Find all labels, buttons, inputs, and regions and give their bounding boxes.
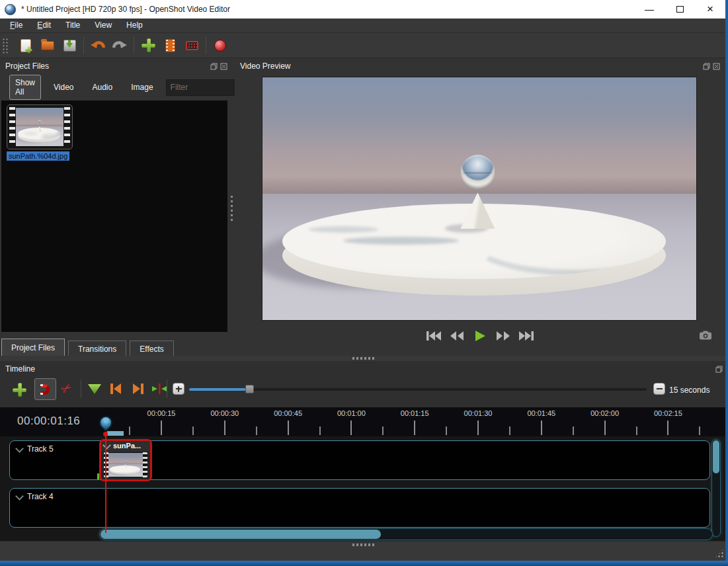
- ruler-tick-major: [477, 421, 479, 435]
- float-panel-icon[interactable]: [703, 63, 710, 70]
- undo-button[interactable]: [90, 37, 106, 54]
- menu-item-help[interactable]: Help: [119, 19, 150, 32]
- menu-item-file[interactable]: File: [3, 19, 30, 32]
- file-name-selected[interactable]: sunPath.%04d.jpg: [7, 151, 69, 161]
- filter-input[interactable]: [166, 79, 236, 96]
- close-button[interactable]: ×: [695, 0, 725, 19]
- minimize-button[interactable]: —: [634, 0, 665, 19]
- maximize-button[interactable]: [665, 0, 695, 19]
- maximize-icon: [676, 6, 684, 13]
- ruler-label: 00:02:15: [654, 409, 682, 417]
- ruler-tick-minor: [699, 426, 700, 435]
- filter-button-audio[interactable]: Audio: [87, 79, 119, 95]
- horizontal-splitter-handle[interactable]: [352, 357, 375, 360]
- new-project-button[interactable]: [18, 37, 34, 54]
- bottom-splitter-handle[interactable]: [352, 544, 375, 546]
- choose-profile-button[interactable]: [162, 37, 178, 54]
- ruler-tick-minor: [192, 426, 194, 435]
- track-chevron-icon[interactable]: [15, 492, 24, 501]
- timeline-ruler[interactable]: 00:00:01:16 00:00:1500:00:3000:00:4500:0…: [0, 407, 728, 436]
- previous-marker-button[interactable]: [108, 383, 123, 397]
- playhead-marker[interactable]: [97, 413, 115, 432]
- float-panel-icon[interactable]: [210, 63, 218, 70]
- menu-item-title[interactable]: Title: [58, 19, 87, 32]
- razor-button[interactable]: ✂: [55, 377, 77, 399]
- save-project-button[interactable]: [61, 37, 77, 54]
- project-files-title: Project Files: [5, 61, 49, 71]
- horizontal-scrollbar-thumb[interactable]: [101, 530, 381, 539]
- add-track-button[interactable]: [13, 383, 26, 396]
- toolbar-grip-handle[interactable]: [2, 38, 9, 54]
- import-files-button[interactable]: [140, 37, 156, 54]
- timeline-title: Timeline: [5, 364, 35, 374]
- ruler-label: 00:01:30: [464, 409, 493, 417]
- redo-icon: [112, 39, 128, 52]
- snap-toggle-button[interactable]: [34, 378, 56, 400]
- filter-button-image[interactable]: Image: [125, 79, 159, 95]
- ruler-label: 00:01:00: [337, 409, 366, 417]
- ruler-tick-minor: [256, 426, 257, 435]
- filter-button-video[interactable]: Video: [48, 79, 79, 95]
- jump-to-end-button[interactable]: [517, 329, 536, 343]
- export-video-button[interactable]: [212, 37, 228, 54]
- center-playhead-button[interactable]: [151, 384, 167, 396]
- vertical-scrollbar-thumb[interactable]: [713, 440, 719, 473]
- project-files-panel: Project Files Show AllVideoAudioImage: [0, 58, 233, 356]
- zoom-level-label: 15 seconds: [669, 385, 709, 395]
- track-row-4[interactable]: Track 4: [9, 488, 710, 528]
- playback-controls: [235, 329, 725, 343]
- fullscreen-button[interactable]: [184, 37, 200, 54]
- play-button[interactable]: [471, 329, 489, 343]
- track-chevron-icon[interactable]: [15, 444, 24, 453]
- file-list[interactable]: sunPath.%04d.jpg: [1, 101, 227, 332]
- ruler-tick-major: [414, 421, 415, 435]
- jump-to-end-icon: [518, 330, 534, 342]
- toolbar-separator: [83, 37, 84, 54]
- choose-profile-icon: [165, 39, 175, 52]
- open-project-button[interactable]: [40, 37, 56, 54]
- close-panel-icon[interactable]: [220, 63, 227, 70]
- next-marker-button[interactable]: [131, 383, 145, 397]
- ruler-tick-major: [667, 421, 668, 435]
- zoom-slider-track[interactable]: [189, 388, 647, 391]
- add-marker-button[interactable]: [88, 384, 101, 394]
- file-thumbnail: [7, 104, 73, 149]
- main-toolbar: [0, 33, 728, 58]
- toolbar-separator: [81, 380, 81, 398]
- filter-button-show-all[interactable]: Show All: [9, 75, 41, 100]
- jump-to-start-button[interactable]: [425, 329, 443, 343]
- clip-edge-indicator: [97, 473, 99, 479]
- vertical-splitter-handle[interactable]: [230, 196, 233, 222]
- video-preview-panel: Video Preview: [235, 58, 725, 356]
- menu-item-view[interactable]: View: [87, 19, 119, 32]
- ruler-label: 00:00:15: [147, 409, 176, 417]
- zoom-in-button[interactable]: [173, 383, 184, 395]
- ruler-label: 00:02:00: [590, 409, 619, 417]
- fast-forward-button[interactable]: [494, 329, 512, 343]
- redo-button[interactable]: [112, 37, 128, 54]
- zoom-out-button[interactable]: [653, 383, 665, 395]
- menu-item-edit[interactable]: Edit: [30, 19, 58, 32]
- zoom-in-icon: [176, 386, 182, 392]
- minimize-icon: —: [645, 4, 654, 15]
- ruler-tick-major: [161, 421, 162, 435]
- clip-chevron-icon[interactable]: [102, 441, 111, 450]
- scissors-icon: ✂: [58, 379, 75, 397]
- window-border-bottom: [0, 561, 728, 566]
- rewind-button[interactable]: [448, 329, 466, 343]
- title-bar: * Untitled Project [HD 720p 30 fps] - Op…: [0, 0, 725, 19]
- track-name: Track 4: [27, 492, 54, 501]
- zoom-slider-handle[interactable]: [245, 385, 254, 393]
- file-item[interactable]: sunPath.%04d.jpg: [7, 104, 79, 161]
- timeline-clip-selected[interactable]: sunPa...: [99, 439, 152, 481]
- close-panel-icon[interactable]: [713, 63, 720, 70]
- ruler-label: 00:01:15: [401, 409, 429, 417]
- save-frame-button[interactable]: [700, 331, 711, 342]
- tab-project-files[interactable]: Project Files: [1, 339, 65, 357]
- tab-effects[interactable]: Effects: [130, 341, 173, 357]
- previous-marker-icon: [108, 383, 123, 395]
- jump-to-start-icon: [426, 330, 442, 342]
- filter-buttons: Show AllVideoAudioImage: [0, 77, 233, 98]
- tab-transitions[interactable]: Transitions: [68, 341, 126, 357]
- float-panel-icon[interactable]: [715, 366, 723, 373]
